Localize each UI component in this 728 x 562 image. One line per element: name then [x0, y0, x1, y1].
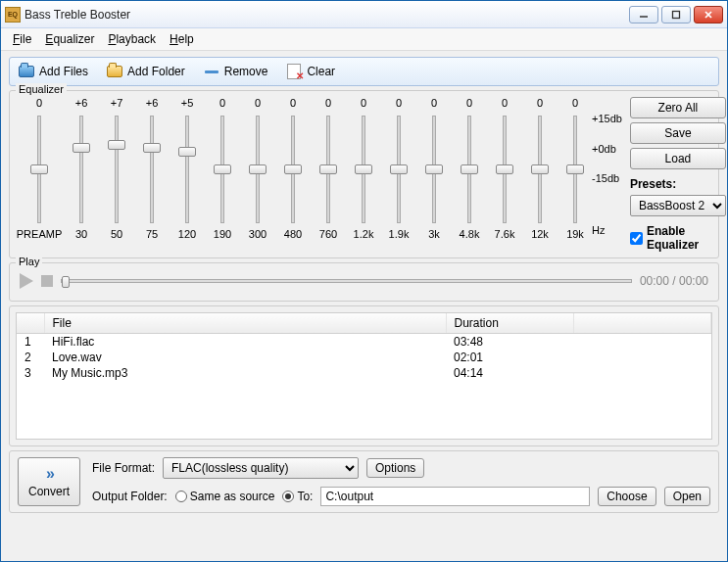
add-folder-button[interactable]: Add Folder — [104, 62, 187, 81]
slider-thumb[interactable] — [355, 164, 372, 174]
menu-help[interactable]: Help — [164, 30, 200, 48]
slider-track[interactable] — [397, 116, 401, 223]
close-button[interactable] — [694, 6, 723, 23]
slider-track[interactable] — [503, 116, 507, 223]
slider-thumb[interactable] — [143, 143, 161, 153]
slider-freq-label: 1.2k — [354, 228, 374, 240]
col-header-num[interactable] — [17, 313, 44, 334]
presets-select[interactable]: BassBoost 2 — [630, 195, 726, 216]
menu-equalizer[interactable]: Equalizer — [39, 30, 100, 48]
slider-track[interactable] — [185, 116, 189, 223]
slider-thumb[interactable] — [73, 143, 90, 153]
slider-track[interactable] — [326, 116, 330, 223]
eq-slider-120[interactable]: +5120 — [172, 97, 202, 252]
slider-track[interactable] — [256, 116, 260, 223]
eq-slider-3k[interactable]: 03k — [419, 97, 449, 252]
table-row[interactable]: 2Love.wav02:01 — [17, 350, 711, 365]
equalizer-side-controls: Zero All Save Load Presets: BassBoost 2 … — [622, 97, 726, 252]
slider-thumb[interactable] — [30, 164, 48, 174]
convert-button[interactable]: » Convert — [18, 457, 80, 506]
eq-slider-50[interactable]: +750 — [102, 97, 131, 252]
col-header-spacer — [574, 313, 711, 334]
stop-button[interactable] — [41, 275, 53, 287]
app-window: EQ Bass Treble Booster Fdocument.current… — [0, 0, 728, 562]
same-as-source-radio[interactable]: Same as source — [175, 490, 275, 503]
output-path-input[interactable] — [320, 487, 590, 506]
slider-track[interactable] — [432, 116, 436, 223]
eq-slider-30[interactable]: +630 — [67, 97, 96, 252]
options-button[interactable]: Options — [366, 458, 424, 478]
equalizer-panel: Equalizer 0PREAMP+630+750+675+5120019003… — [9, 90, 719, 258]
slider-thumb[interactable] — [284, 164, 302, 174]
slider-track[interactable] — [220, 116, 224, 223]
eq-slider-preamp[interactable]: 0PREAMP — [18, 97, 61, 252]
slider-thumb[interactable] — [390, 164, 408, 174]
eq-slider-19k[interactable]: 019k — [560, 97, 590, 252]
file-list-panel: File Duration 1HiFi.flac03:482Love.wav02… — [9, 305, 719, 446]
slider-freq-label: 120 — [178, 228, 196, 240]
slider-thumb[interactable] — [108, 140, 125, 150]
slider-track[interactable] — [362, 116, 365, 223]
col-header-duration[interactable]: Duration — [446, 313, 574, 334]
open-button[interactable]: Open — [664, 487, 710, 506]
slider-thumb[interactable] — [461, 164, 478, 174]
eq-slider-4.8k[interactable]: 04.8k — [455, 97, 484, 252]
eq-slider-75[interactable]: +675 — [137, 97, 167, 252]
minimize-button[interactable] — [629, 6, 658, 23]
slider-track[interactable] — [467, 116, 471, 223]
add-files-button[interactable]: Add Files — [16, 62, 90, 81]
slider-value: +7 — [111, 97, 123, 111]
slider-thumb[interactable] — [249, 164, 267, 174]
slider-thumb[interactable] — [214, 164, 231, 174]
slider-track[interactable] — [115, 116, 119, 223]
maximize-button[interactable] — [661, 6, 691, 23]
col-header-file[interactable]: File — [44, 313, 446, 334]
play-button[interactable] — [20, 273, 33, 289]
eq-slider-12k[interactable]: 012k — [525, 97, 555, 252]
clear-button[interactable]: Clear — [283, 62, 337, 81]
slider-thumb[interactable] — [425, 164, 443, 174]
table-row[interactable]: 3My Music.mp304:14 — [17, 365, 711, 381]
file-format-select[interactable]: FLAC(lossless quality) — [163, 457, 359, 479]
choose-button[interactable]: Choose — [598, 487, 655, 506]
file-list[interactable]: File Duration 1HiFi.flac03:482Love.wav02… — [16, 312, 712, 440]
slider-group: 0PREAMP+630+750+675+51200190030004800760… — [18, 97, 590, 252]
menu-file[interactable]: Fdocument.currentScript.previousElementS… — [7, 30, 37, 48]
slider-track[interactable] — [291, 116, 295, 223]
svg-rect-1 — [673, 11, 680, 18]
to-radio[interactable]: To: — [282, 490, 313, 503]
slider-freq-label: PREAMP — [17, 228, 62, 240]
zero-all-button[interactable]: Zero All — [630, 97, 726, 118]
slider-freq-label: 480 — [284, 228, 302, 240]
slider-track[interactable] — [37, 116, 41, 223]
menu-playback[interactable]: Playback — [102, 30, 162, 48]
slider-track[interactable] — [79, 116, 83, 223]
eq-slider-1.2k[interactable]: 01.2k — [349, 97, 378, 252]
eq-slider-1.9k[interactable]: 01.9k — [384, 97, 413, 252]
progress-slider[interactable] — [61, 279, 632, 283]
slider-value: 0 — [325, 97, 331, 111]
slider-track[interactable] — [573, 116, 577, 223]
slider-thumb[interactable] — [496, 164, 513, 174]
eq-slider-190[interactable]: 0190 — [208, 97, 237, 252]
progress-thumb[interactable] — [62, 276, 70, 288]
load-button[interactable]: Load — [630, 148, 726, 169]
eq-slider-7.6k[interactable]: 07.6k — [490, 97, 519, 252]
eq-slider-480[interactable]: 0480 — [278, 97, 308, 252]
slider-track[interactable] — [150, 116, 154, 223]
save-button[interactable]: Save — [630, 122, 726, 144]
eq-slider-300[interactable]: 0300 — [243, 97, 272, 252]
window-controls — [629, 6, 723, 23]
slider-thumb[interactable] — [319, 164, 337, 174]
slider-thumb[interactable] — [566, 164, 584, 174]
remove-button[interactable]: Remove — [201, 62, 270, 81]
slider-track[interactable] — [538, 116, 542, 223]
slider-thumb[interactable] — [178, 147, 196, 157]
eq-slider-760[interactable]: 0760 — [314, 97, 343, 252]
table-row[interactable]: 1HiFi.flac03:48 — [17, 334, 711, 351]
slider-freq-label: 19k — [566, 228, 584, 240]
play-panel: Play 00:00 / 00:00 — [9, 262, 719, 302]
slider-thumb[interactable] — [531, 164, 549, 174]
menubar: Fdocument.currentScript.previousElementS… — [1, 28, 727, 51]
enable-equalizer-checkbox[interactable]: Enable Equalizer — [630, 224, 726, 252]
